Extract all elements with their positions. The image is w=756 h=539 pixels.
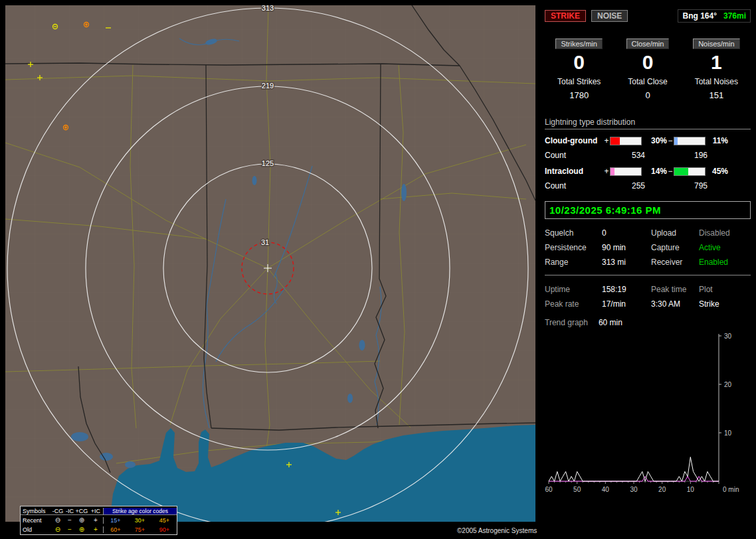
neg-ic-recent-symbol: − (64, 517, 75, 524)
peak-rate-label: Peak rate (545, 299, 602, 309)
cg-plus-bar (610, 137, 642, 145)
age-45: 45+ (152, 517, 177, 524)
ring-label-313: 313 (262, 5, 274, 12)
map-legend: Symbols -CG -IC +CG +IC Strike age color… (20, 506, 177, 535)
status-panel: Uptime 158:19 Peak time Plot Peak rate 1… (545, 285, 751, 309)
trend-axis-label: 40 (602, 486, 610, 493)
uptime-label: Uptime (545, 285, 602, 294)
total-noises-label: Total Noises (682, 77, 751, 86)
capture-status: Active (699, 243, 748, 252)
trend-axis-label: 10 (724, 429, 732, 437)
strikes-per-min-value: 0 (545, 50, 613, 74)
uptime-value: 158:19 (602, 285, 651, 294)
close-per-min-button[interactable]: Close/min (626, 38, 670, 49)
cg-minus-count: 196 (674, 151, 728, 160)
copyright: ©2005 Astrogenic Systems (457, 527, 537, 534)
pos-cg-recent-symbol: ⊕ (75, 517, 88, 524)
pos-ic-recent-symbol: + (88, 517, 103, 524)
ring-label-31: 31 (261, 238, 269, 246)
legend-col-neg-cg: -CG (51, 508, 64, 515)
ic-plus-count: 255 (610, 181, 667, 191)
ring-label-125: 125 (262, 159, 274, 167)
bearing-label: Bng 164° (682, 11, 716, 21)
intracloud-counts: Count 255 795 (545, 181, 751, 191)
divider (545, 275, 751, 275)
age-30: 30+ (128, 517, 152, 524)
upload-label: Upload (651, 228, 699, 238)
trend-axis-label: 20 (724, 381, 732, 388)
legend-age-title: Strike age color codes (103, 508, 177, 515)
trend-axis-label: 0 min (723, 486, 739, 493)
cg-minus-pct: 11% (706, 136, 728, 145)
trend-graph: 1020306050403020100 min (545, 331, 751, 502)
bearing-distance: 376mi (723, 11, 746, 21)
ic-plus-pct: 14% (642, 167, 667, 176)
cloud-ground-counts: Count 534 196 (545, 151, 751, 160)
pos-cg-old-symbol: ⊕ (75, 526, 88, 533)
sidebar: STRIKE NOISE Bng 164° 376mi Strikes/min … (539, 0, 756, 539)
noises-per-min-value: 1 (682, 50, 751, 74)
range-label: Range (545, 258, 602, 267)
minus-sign: − (667, 167, 674, 176)
count-label: Count (545, 181, 603, 191)
legend-symbols-header: Symbols (21, 508, 51, 515)
intracloud-row: Intracloud + 14% − 45% (545, 167, 751, 176)
plot-value: Strike (699, 299, 748, 309)
noise-button[interactable]: NOISE (591, 10, 628, 22)
squelch-value: 0 (602, 228, 651, 238)
squelch-label: Squelch (545, 228, 602, 238)
legend-recent-label: Recent (21, 517, 51, 524)
distribution-title: Lightning type distribution (545, 117, 751, 129)
trend-graph-label: Trend graph (545, 318, 588, 327)
close-column: Close/min 0 Total Close 0 (613, 38, 682, 100)
map[interactable]: 313 219 125 31 (5, 5, 535, 522)
peak-time-label: Peak time (651, 285, 699, 294)
ic-minus-count: 795 (674, 181, 728, 191)
total-strikes-label: Total Strikes (545, 77, 613, 86)
trend-axis-label: 30 (630, 486, 638, 493)
neg-cg-recent-symbol: ⊖ (51, 517, 64, 524)
trend-axis-label: 10 (687, 486, 695, 493)
capture-label: Capture (651, 243, 699, 252)
trend-series-strike (549, 457, 719, 482)
total-close-label: Total Close (613, 77, 682, 86)
rate-panel: Strikes/min 0 Total Strikes 1780 Close/m… (545, 38, 751, 100)
count-label: Count (545, 151, 603, 160)
noises-per-min-button[interactable]: Noises/min (693, 38, 739, 49)
ic-minus-bar (674, 167, 706, 176)
total-noises-value: 151 (682, 90, 751, 100)
legend-col-pos-cg: +CG (75, 508, 88, 515)
neg-cg-old-symbol: ⊖ (51, 526, 64, 533)
age-60: 60+ (103, 526, 128, 533)
datetime-display: 10/23/2025 6:49:16 PM (545, 201, 751, 219)
plus-sign: + (603, 136, 610, 145)
stormvue-window: 313 219 125 31 Symbols -CG -IC +CG +IC S… (0, 0, 756, 539)
neg-ic-old-symbol: − (64, 526, 75, 533)
range-value: 313 mi (602, 258, 651, 267)
plot-label: Plot (699, 285, 748, 294)
upload-status: Disabled (699, 228, 748, 238)
settings-panel: Squelch 0 Upload Disabled Persistence 90… (545, 228, 751, 267)
plus-sign: + (603, 167, 610, 176)
lightning-distribution: Lightning type distribution Cloud-ground… (545, 117, 751, 191)
peak-rate-value: 17/min (602, 299, 651, 309)
strikes-per-min-button[interactable]: Strikes/min (555, 38, 602, 49)
cg-minus-bar (674, 137, 706, 145)
strike-button[interactable]: STRIKE (545, 10, 586, 22)
cg-plus-pct: 30% (642, 136, 667, 145)
peak-time-value: 3:30 AM (651, 299, 699, 309)
ic-minus-pct: 45% (706, 167, 728, 176)
cg-plus-count: 534 (610, 151, 667, 160)
cloud-ground-label: Cloud-ground (545, 136, 603, 145)
receiver-label: Receiver (651, 258, 699, 267)
legend-col-pos-ic: +IC (88, 508, 103, 515)
trend-axis-label: 60 (545, 486, 553, 493)
trend-window-value: 60 min (599, 318, 622, 327)
map-canvas: 313 219 125 31 (5, 5, 535, 522)
total-strikes-value: 1780 (545, 90, 613, 100)
close-per-min-value: 0 (613, 50, 682, 74)
age-90: 90+ (152, 526, 177, 533)
persistence-value: 90 min (602, 243, 651, 252)
receiver-status: Enabled (699, 258, 748, 267)
age-75: 75+ (128, 526, 152, 533)
